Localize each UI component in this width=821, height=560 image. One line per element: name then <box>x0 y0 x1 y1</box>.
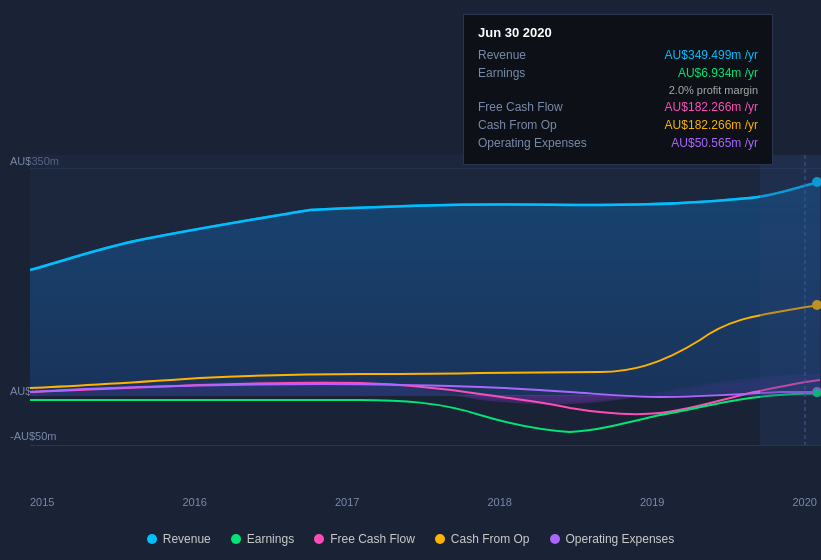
x-label-2019: 2019 <box>640 496 664 508</box>
tooltip-value-revenue: AU$349.499m /yr <box>665 48 758 62</box>
chart-container: Jun 30 2020 Revenue AU$349.499m /yr Earn… <box>0 0 821 560</box>
legend-dot-earnings <box>231 534 241 544</box>
tooltip-value-earnings: AU$6.934m /yr <box>678 66 758 80</box>
tooltip-label-fcf: Free Cash Flow <box>478 100 598 114</box>
tooltip-value-opex: AU$50.565m /yr <box>671 136 758 150</box>
tooltip-value-cashop: AU$182.266m /yr <box>665 118 758 132</box>
x-label-2020: 2020 <box>793 496 817 508</box>
tooltip-value-margin: 2.0% profit margin <box>669 84 758 96</box>
tooltip-row-opex: Operating Expenses AU$50.565m /yr <box>478 136 758 150</box>
x-label-2015: 2015 <box>30 496 54 508</box>
x-label-2016: 2016 <box>183 496 207 508</box>
x-label-2017: 2017 <box>335 496 359 508</box>
tooltip-label-cashop: Cash From Op <box>478 118 598 132</box>
tooltip-label-revenue: Revenue <box>478 48 598 62</box>
x-axis-labels: 2015 2016 2017 2018 2019 2020 <box>30 496 817 508</box>
legend-item-earnings[interactable]: Earnings <box>231 532 294 546</box>
legend-label-revenue: Revenue <box>163 532 211 546</box>
tooltip-label-opex: Operating Expenses <box>478 136 598 150</box>
tooltip-row-earnings: Earnings AU$6.934m /yr <box>478 66 758 80</box>
tooltip-date: Jun 30 2020 <box>478 25 758 40</box>
legend-label-fcf: Free Cash Flow <box>330 532 415 546</box>
tooltip-row-margin: 2.0% profit margin <box>478 84 758 96</box>
tooltip-value-fcf: AU$182.266m /yr <box>665 100 758 114</box>
svg-rect-7 <box>760 155 821 445</box>
legend-label-opex: Operating Expenses <box>566 532 675 546</box>
legend-dot-fcf <box>314 534 324 544</box>
legend-dot-cashop <box>435 534 445 544</box>
tooltip-box: Jun 30 2020 Revenue AU$349.499m /yr Earn… <box>463 14 773 165</box>
tooltip-row-revenue: Revenue AU$349.499m /yr <box>478 48 758 62</box>
legend-item-opex[interactable]: Operating Expenses <box>550 532 675 546</box>
legend-item-revenue[interactable]: Revenue <box>147 532 211 546</box>
chart-legend: Revenue Earnings Free Cash Flow Cash Fro… <box>0 532 821 546</box>
legend-item-cashop[interactable]: Cash From Op <box>435 532 530 546</box>
legend-label-cashop: Cash From Op <box>451 532 530 546</box>
tooltip-label-earnings: Earnings <box>478 66 598 80</box>
legend-dot-opex <box>550 534 560 544</box>
legend-item-fcf[interactable]: Free Cash Flow <box>314 532 415 546</box>
tooltip-row-cashop: Cash From Op AU$182.266m /yr <box>478 118 758 132</box>
legend-label-earnings: Earnings <box>247 532 294 546</box>
legend-dot-revenue <box>147 534 157 544</box>
x-label-2018: 2018 <box>488 496 512 508</box>
tooltip-row-fcf: Free Cash Flow AU$182.266m /yr <box>478 100 758 114</box>
